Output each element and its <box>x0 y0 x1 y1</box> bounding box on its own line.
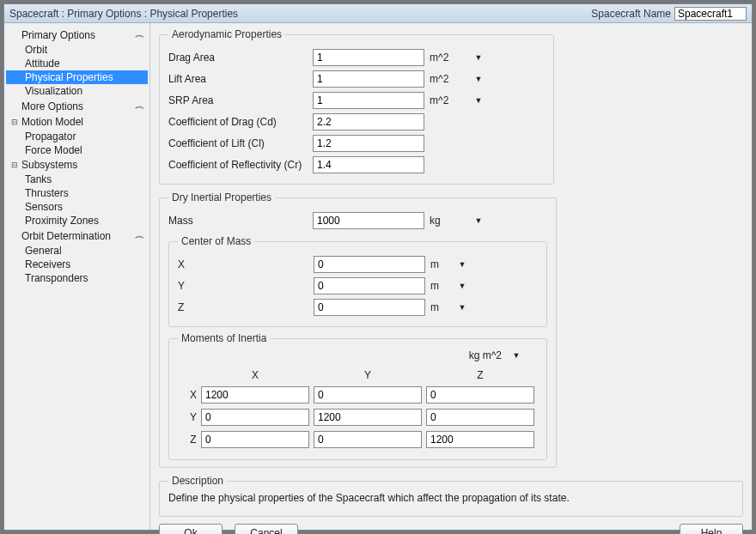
moi-row-z: Z <box>189 430 198 449</box>
dry-inertial-properties-group: Dry Inertial Properties Mass kg ▼ Center… <box>159 191 557 468</box>
sidebar-header-motion-model[interactable]: ⊟ Motion Model <box>6 114 148 130</box>
com-x-label: X <box>178 258 314 270</box>
help-button[interactable]: Help <box>680 524 743 534</box>
srp-area-unit: m^2 <box>430 94 467 106</box>
moi-zy-input[interactable] <box>314 431 422 448</box>
sidebar-item-thrusters[interactable]: Thrusters <box>6 186 148 200</box>
moi-yz-input[interactable] <box>426 409 534 426</box>
chevron-up-icon: ︽ <box>135 30 144 39</box>
com-z-input[interactable] <box>314 299 425 316</box>
sidebar-item-receivers[interactable]: Receivers <box>6 258 148 271</box>
main-panel: Aerodynamic Properties Drag Area m^2 ▼ L… <box>150 23 752 530</box>
com-y-unit: m <box>430 280 451 292</box>
moi-col-z: Z <box>425 368 535 382</box>
dialog-body: Primary Options ︽ Orbit Attitude Physica… <box>4 23 752 530</box>
com-z-unit-dropdown[interactable]: ▼ <box>456 301 468 313</box>
moi-zx-input[interactable] <box>201 431 309 448</box>
sidebar-header-orbit-determination[interactable]: Orbit Determination ︽ <box>6 228 148 244</box>
sidebar-header-primary-options[interactable]: Primary Options ︽ <box>6 27 148 43</box>
srp-area-unit-dropdown[interactable]: ▼ <box>472 94 485 106</box>
spacecraft-name-label: Spacecraft Name <box>591 8 671 20</box>
moi-yy-input[interactable] <box>314 409 422 426</box>
center-of-mass-group: Center of Mass X m ▼ Y m ▼ Z <box>168 235 547 327</box>
description-group: Description Define the physical properti… <box>159 475 743 517</box>
mass-unit-dropdown[interactable]: ▼ <box>472 215 485 227</box>
cd-input[interactable] <box>313 113 424 130</box>
lift-area-input[interactable] <box>313 70 424 88</box>
com-y-label: Y <box>178 280 314 292</box>
sidebar-item-force-model[interactable]: Force Model <box>6 143 148 157</box>
moi-zz-input[interactable] <box>426 431 534 448</box>
aerodynamic-properties-group: Aerodynamic Properties Drag Area m^2 ▼ L… <box>159 28 554 185</box>
sidebar-header-subsystems[interactable]: ⊟ Subsystems <box>6 157 148 173</box>
window-title: Spacecraft : Primary Options : Physical … <box>9 8 591 20</box>
sidebar-item-transponders[interactable]: Transponders <box>6 271 148 285</box>
moi-row-x: X <box>189 385 198 404</box>
cancel-button[interactable]: Cancel <box>235 524 298 534</box>
com-x-input[interactable] <box>314 256 425 273</box>
collapse-icon[interactable]: ⊟ <box>9 118 20 126</box>
lift-area-unit: m^2 <box>430 73 467 85</box>
moi-legend: Moments of Inertia <box>178 332 270 344</box>
sidebar-header-more-options[interactable]: More Options ︽ <box>6 98 148 114</box>
aero-legend: Aerodynamic Properties <box>168 28 285 40</box>
srp-area-label: SRP Area <box>168 94 313 106</box>
sidebar: Primary Options ︽ Orbit Attitude Physica… <box>4 23 150 530</box>
moi-xx-input[interactable] <box>201 386 309 404</box>
sidebar-item-proximity-zones[interactable]: Proximity Zones <box>6 214 148 228</box>
mass-input[interactable] <box>313 212 424 229</box>
description-legend: Description <box>168 475 227 487</box>
drag-area-unit: m^2 <box>430 52 467 64</box>
spacecraft-name-input[interactable] <box>674 7 747 21</box>
com-z-unit: m <box>430 301 451 313</box>
cr-label: Coefficient of Reflectivity (Cr) <box>168 159 313 171</box>
cl-label: Coefficient of Lift (Cl) <box>168 137 313 149</box>
drag-area-label: Drag Area <box>168 52 313 64</box>
dialog-button-row: Ok Cancel Help <box>159 524 743 534</box>
sidebar-item-propagator[interactable]: Propagator <box>6 130 148 143</box>
sidebar-item-physical-properties[interactable]: Physical Properties <box>6 70 148 84</box>
moi-unit-dropdown[interactable]: ▼ <box>510 349 522 361</box>
moi-xz-input[interactable] <box>426 386 534 404</box>
com-legend: Center of Mass <box>178 235 254 247</box>
sidebar-item-general[interactable]: General <box>6 244 148 258</box>
cd-label: Coefficient of Drag (Cd) <box>168 116 313 128</box>
sidebar-item-tanks[interactable]: Tanks <box>6 173 148 186</box>
lift-area-unit-dropdown[interactable]: ▼ <box>472 73 485 85</box>
srp-area-input[interactable] <box>313 92 424 109</box>
dialog-window: Spacecraft : Primary Options : Physical … <box>3 3 753 531</box>
moi-unit: kg m^2 <box>469 349 502 361</box>
moi-col-x: X <box>200 368 310 382</box>
com-x-unit: m <box>430 258 451 270</box>
titlebar: Spacecraft : Primary Options : Physical … <box>4 4 752 23</box>
com-x-unit-dropdown[interactable]: ▼ <box>456 258 468 270</box>
description-text: Define the physical properties of the Sp… <box>168 492 734 504</box>
chevron-up-icon: ︽ <box>135 231 144 240</box>
mass-label: Mass <box>168 215 313 227</box>
ok-button[interactable]: Ok <box>159 524 223 534</box>
com-y-unit-dropdown[interactable]: ▼ <box>456 280 468 292</box>
lift-area-label: Lift Area <box>168 73 313 85</box>
dry-legend: Dry Inertial Properties <box>168 191 275 203</box>
drag-area-input[interactable] <box>313 49 424 66</box>
moi-yx-input[interactable] <box>201 409 309 426</box>
sidebar-item-visualization[interactable]: Visualization <box>6 84 148 98</box>
sidebar-item-attitude[interactable]: Attitude <box>6 57 148 70</box>
mass-unit: kg <box>430 215 467 227</box>
drag-area-unit-dropdown[interactable]: ▼ <box>472 52 485 64</box>
com-z-label: Z <box>178 301 314 313</box>
moi-xy-input[interactable] <box>314 386 422 404</box>
moi-table: X Y Z X Y <box>186 365 538 452</box>
moi-col-y: Y <box>313 368 423 382</box>
moi-row-y: Y <box>189 408 198 427</box>
cl-input[interactable] <box>313 135 424 152</box>
collapse-icon[interactable]: ⊟ <box>9 161 20 169</box>
cr-input[interactable] <box>313 156 424 173</box>
moments-of-inertia-group: Moments of Inertia kg m^2 ▼ X Y Z <box>168 332 547 460</box>
sidebar-item-orbit[interactable]: Orbit <box>6 43 148 57</box>
com-y-input[interactable] <box>314 277 425 294</box>
sidebar-item-sensors[interactable]: Sensors <box>6 200 148 214</box>
chevron-up-icon: ︽ <box>135 101 144 111</box>
